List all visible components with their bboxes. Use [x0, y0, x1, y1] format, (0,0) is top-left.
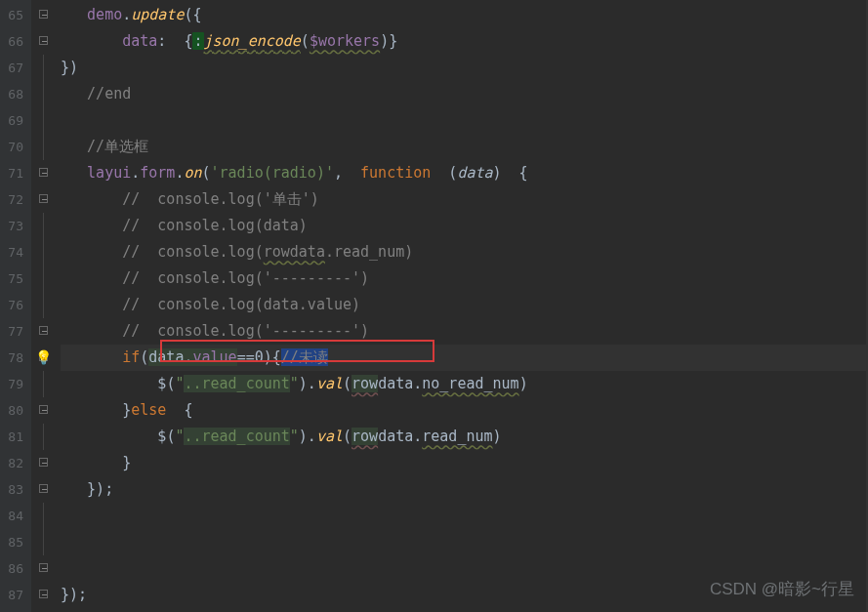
code-line: demo.update({ — [61, 2, 868, 28]
code-line — [61, 503, 868, 529]
code-line: } — [61, 450, 868, 476]
intention-bulb-icon[interactable]: 💡 — [35, 345, 52, 371]
code-line: }); — [61, 476, 868, 503]
code-line: //end — [61, 81, 868, 107]
code-line: // console.log('---------') — [61, 265, 868, 292]
line-number-gutter: 6566676869707172737475767778798081828384… — [0, 0, 31, 612]
code-content[interactable]: demo.update({ data: {:json_encode($worke… — [55, 0, 868, 612]
code-editor[interactable]: 6566676869707172737475767778798081828384… — [0, 0, 868, 612]
code-line: // console.log(data.value) — [61, 292, 868, 318]
code-line: $("..read_count").val(rowdata.read_num) — [61, 424, 868, 450]
code-line: $("..read_count").val(rowdata.no_read_nu… — [61, 371, 868, 397]
watermark: CSDN @暗影~行星 — [710, 578, 854, 600]
code-line — [61, 107, 868, 134]
fold-column — [31, 0, 55, 612]
code-line-highlighted: 💡 if(data.value==0){//未读 — [61, 345, 868, 371]
code-line: }else { — [61, 397, 868, 424]
code-line: // console.log(rowdata.read_num) — [61, 239, 868, 265]
code-line: layui.form.on('radio(radio)', function (… — [61, 160, 868, 186]
code-line: //单选框 — [61, 134, 868, 160]
code-line: // console.log('单击') — [61, 186, 868, 213]
code-line — [61, 529, 868, 555]
code-line: data: {:json_encode($workers)} — [61, 28, 868, 55]
code-line: // console.log(data) — [61, 213, 868, 239]
code-line: }) — [61, 55, 868, 81]
code-line: // console.log('---------') — [61, 318, 868, 345]
